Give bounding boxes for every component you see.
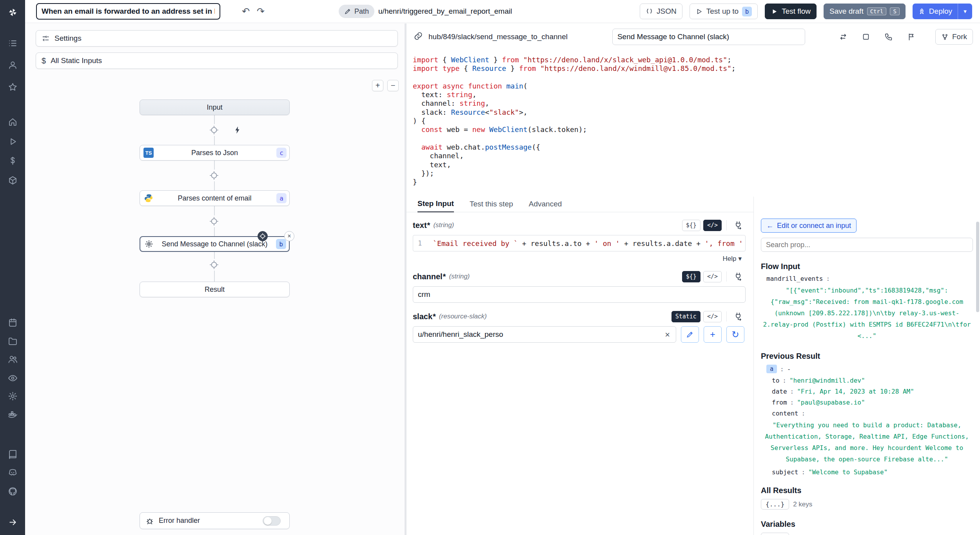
node-result[interactable]: Result <box>140 282 290 297</box>
add-step-button-1[interactable] <box>208 124 220 136</box>
result-entry-subject[interactable]: subject : "Welcome to Supabase" <box>761 468 973 476</box>
list-icon[interactable] <box>0 37 25 49</box>
user-icon[interactable] <box>0 59 25 71</box>
add-step-button-2[interactable] <box>208 170 220 181</box>
error-handler-toggle[interactable] <box>263 516 281 526</box>
text-connect-input-button[interactable] <box>731 219 746 231</box>
zoom-in-label: + <box>376 81 380 90</box>
move-step-button[interactable] <box>258 231 268 241</box>
error-handler-node[interactable]: Error handler <box>140 512 290 529</box>
fullscreen-button[interactable] <box>859 30 873 43</box>
delete-step-button[interactable]: × <box>284 231 294 241</box>
code-editor[interactable]: import { WebClient } from "https://deno.… <box>407 50 980 197</box>
result-entry-from[interactable]: from : "paul@supabase.io" <box>761 399 973 406</box>
result-a-badge[interactable]: a <box>766 365 777 373</box>
edit-resource-button[interactable] <box>681 326 699 343</box>
tab-advanced[interactable]: Advanced <box>529 200 562 212</box>
flag-button[interactable] <box>905 30 918 43</box>
tab-step-input[interactable]: Step Input <box>417 199 454 212</box>
deploy-dropdown-button[interactable]: ▾ <box>958 4 972 19</box>
expand-sidebar-arrow-icon[interactable] <box>0 516 25 528</box>
entry-value[interactable]: "Fri, Apr 14, 2023 at 10:28 AM" <box>797 388 914 395</box>
result-entry-date[interactable]: date : "Fri, Apr 14, 2023 at 10:28 AM" <box>761 388 973 395</box>
windmill-logo[interactable] <box>0 6 25 18</box>
slack-connect-input-button[interactable] <box>731 310 746 323</box>
cube-icon[interactable] <box>0 174 25 186</box>
mandrill-events-row[interactable]: mandrill_events : <box>761 275 973 282</box>
node-parses-to-json-label: Parses to Json <box>191 149 238 157</box>
content-value[interactable]: "Everything you need to build a product:… <box>761 419 973 465</box>
swap-script-button[interactable] <box>837 30 850 43</box>
fork-button[interactable]: Fork <box>935 29 973 45</box>
all-results-object-badge[interactable]: {...} <box>761 499 789 510</box>
node-parses-to-json[interactable]: TS Parses to Json c <box>140 145 290 161</box>
field-text-type: (string) <box>433 221 454 229</box>
phone-button[interactable] <box>882 30 895 43</box>
github-icon[interactable] <box>0 485 25 497</box>
mandrill-events-value[interactable]: "[{"event":"inbound","ts":1683819428,"ms… <box>761 285 973 342</box>
all-static-inputs-button[interactable]: $ All Static Inputs <box>36 52 398 69</box>
entry-value[interactable]: "henri@windmill.dev" <box>789 377 865 384</box>
book-icon[interactable] <box>0 448 25 460</box>
hub-link-icon[interactable] <box>414 31 423 42</box>
path-value-input[interactable] <box>377 7 536 16</box>
search-prop-input[interactable] <box>761 238 973 252</box>
zoom-in-button[interactable]: + <box>372 80 383 91</box>
add-step-button-3[interactable] <box>208 215 220 227</box>
zoom-out-button[interactable]: − <box>387 80 399 91</box>
channel-template-toggle[interactable]: ${} <box>682 271 701 282</box>
add-resource-button[interactable]: + <box>704 326 722 343</box>
flow-title-input[interactable] <box>36 3 220 20</box>
channel-code-toggle[interactable]: </> <box>703 271 722 282</box>
path-button[interactable]: Path <box>339 5 374 18</box>
node-parses-content-of-email[interactable]: Parses content of email a <box>140 190 290 206</box>
play-icon[interactable] <box>0 136 25 147</box>
slack-code-toggle[interactable]: </> <box>703 311 722 322</box>
node-send-message-to-channel[interactable]: Send Message to Channel (slack) b <box>140 236 290 252</box>
channel-connect-input-button[interactable] <box>731 270 746 283</box>
tab-test-this-step[interactable]: Test this step <box>470 200 513 212</box>
edit-connect-input-button[interactable]: ← Edit or connect an input <box>761 219 857 233</box>
test-flow-button[interactable]: Test flow <box>765 4 817 19</box>
slack-resource-input[interactable] <box>413 326 676 343</box>
channel-value-input[interactable] <box>413 286 746 303</box>
redo-button[interactable]: ↷ <box>253 4 268 19</box>
entry-value[interactable]: "Welcome to Supabase" <box>808 468 887 476</box>
entry-value[interactable]: "paul@supabase.io" <box>797 399 865 406</box>
save-draft-button[interactable]: Save draft Ctrl S <box>824 4 906 19</box>
result-entry-content[interactable]: content : <box>761 410 973 417</box>
result-a-row[interactable]: a : - <box>761 365 973 373</box>
sidebar <box>0 0 25 535</box>
home-icon[interactable] <box>0 116 25 128</box>
eye-icon[interactable] <box>0 372 25 384</box>
node-input[interactable]: Input <box>140 99 290 115</box>
text-code-toggle[interactable]: </> <box>703 220 722 231</box>
undo-button[interactable]: ↶ <box>238 4 253 19</box>
variables-object-badge[interactable]: {...} <box>761 533 789 535</box>
test-up-to-button[interactable]: Test up to b <box>690 4 758 19</box>
json-button[interactable]: JSON <box>640 4 682 19</box>
star-icon[interactable] <box>0 81 25 93</box>
container-icon[interactable] <box>0 409 25 421</box>
deploy-button[interactable]: Deploy <box>913 4 958 19</box>
gear-icon[interactable] <box>0 390 25 402</box>
refresh-resource-button[interactable]: ↻ <box>726 326 744 343</box>
context-scrollbar-thumb[interactable] <box>976 222 979 312</box>
calendar-icon[interactable] <box>0 316 25 328</box>
add-step-button-4[interactable] <box>208 259 220 271</box>
trigger-bolt-button[interactable] <box>232 124 243 136</box>
settings-button[interactable]: Settings <box>36 30 398 47</box>
divider <box>726 271 727 282</box>
collapse-indicator[interactable]: - <box>787 365 791 373</box>
step-summary-input[interactable] <box>612 29 805 45</box>
users-icon[interactable] <box>0 353 25 365</box>
clear-resource-button[interactable]: × <box>662 329 672 340</box>
dollar-icon[interactable] <box>0 155 25 166</box>
text-template-toggle[interactable]: ${} <box>682 220 701 231</box>
result-entry-to[interactable]: to : "henri@windmill.dev" <box>761 377 973 384</box>
slack-static-toggle[interactable]: Static <box>671 311 701 322</box>
folder-icon[interactable] <box>0 335 25 347</box>
text-expression-editor[interactable]: 1 `Email received by ` + results.a.to + … <box>413 235 746 251</box>
discord-icon[interactable] <box>0 466 25 478</box>
help-dropdown[interactable]: Help ▾ <box>413 255 746 263</box>
